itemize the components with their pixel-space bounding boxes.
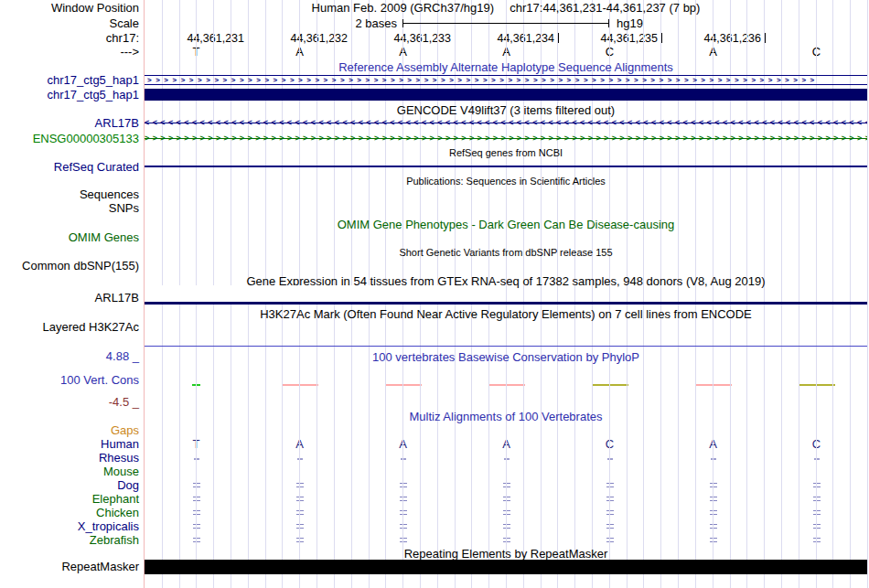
repeatmasker-track[interactable] [145,560,867,574]
conservation-title: 100 vertebrates Basewise Conservation by… [145,351,867,363]
multiz-gap-dash [504,458,510,460]
multiz-double-gap-mark [813,538,821,542]
multiz-gap-dash [711,458,716,460]
h3k27ac-label[interactable]: Layered H3K27Ac [0,321,139,333]
multiz-species-label[interactable]: Human [0,438,139,450]
track-start-boundary-line [144,0,145,588]
multiz-double-gap-mark [296,483,304,487]
omim-genes-label[interactable]: OMIM Genes [0,231,139,243]
multiz-double-gap-mark [606,524,614,529]
sequences-label[interactable]: Sequences [0,188,139,200]
multiz-double-gap-mark [400,483,407,487]
multiz-double-gap-mark [813,524,821,529]
multiz-double-gap-mark [193,538,200,542]
conservation-max-label: 4.88 _ [0,350,139,362]
multiz-double-gap-mark [400,497,407,501]
repeatmasker-title: Repeating Elements by RepeatMasker [145,548,867,560]
gene-track-arl17b[interactable]: <<<<<<<<<<<<<<<<<<<<<<<<<<<<<<<<<<<<<<<<… [145,117,867,129]
phylop-score-mark [488,384,525,386]
multiz-species-label[interactable]: X_tropicalis [0,520,139,532]
coordinate-label: 44,361,231 [145,33,244,44]
strand-direction-label: ---> [0,46,139,58]
plus-strand-chevrons: >>>>>>>>>>>>>>>>>>>>>>>>>>>>>>>>>>>>>>>>… [145,134,867,143]
phylop-score-mark [385,384,422,386]
refseq-curated-label[interactable]: RefSeq Curated [0,161,139,173]
multiz-double-gap-mark [503,483,510,487]
scale-value: 2 bases [302,17,397,29]
chrom-label: chr17: [0,32,139,44]
repeatmasker-label[interactable]: RepeatMasker [0,561,139,572]
multiz-double-gap-mark [400,510,407,515]
multiz-double-gap-mark [710,497,717,501]
multiz-species-label[interactable]: Elephant [0,493,139,505]
phylop-score-mark [282,384,318,386]
multiz-double-gap-mark [710,538,717,542]
gencode-title: GENCODE V49lift37 (3 items filtered out) [145,104,867,116]
multiz-double-gap-mark [503,524,510,529]
hap1-chevrons: >>>>>>>>>>>>>>>>>>>>>>>>>>>>>>>>>>>>>>>>… [147,76,819,84]
multiz-double-gap-mark [400,538,407,542]
multiz-species-label[interactable]: Chicken [0,507,139,519]
hap1-track-label-1[interactable]: chr17_ctg5_hap1 [0,74,139,86]
snps-label[interactable]: SNPs [0,202,139,214]
multiz-species-label[interactable]: Dog [0,479,139,491]
multiz-species-label[interactable]: Gaps [0,424,139,436]
gtex-gene-label[interactable]: ARL17B [0,292,139,304]
h3k27ac-title: H3K27Ac Mark (Often Found Near Active Re… [145,308,867,320]
multiz-gap-dash [607,458,613,460]
multiz-double-gap-mark [503,538,510,542]
refseq-title: RefSeq genes from NCBI [145,147,867,159]
multiz-double-gap-mark [813,497,821,501]
multiz-double-gap-mark [710,483,717,487]
conservation-min-label: -4.5 _ [0,396,139,408]
multiz-species-label[interactable]: Mouse [0,465,139,477]
coordinate-tick [661,33,662,43]
multiz-double-gap-mark [606,538,614,542]
gtex-baseline [145,302,867,305]
multiz-species-label[interactable]: Zebrafish [0,534,139,546]
refseq-curated-track[interactable] [145,166,867,167]
multiz-double-gap-mark [193,483,200,487]
multiz-double-gap-mark [606,483,614,487]
multiz-double-gap-mark [193,524,200,529]
multiz-gap-dash [194,458,199,460]
coordinate-label: 44,361,233 [352,33,451,44]
dbsnp-title: Short Genetic Variants from dbSNP releas… [145,247,867,259]
multiz-double-gap-mark [606,497,614,501]
multiz-double-gap-mark [710,510,717,515]
multiz-gap-dash [814,458,820,460]
multiz-double-gap-mark [296,538,304,542]
multiz-double-gap-mark [813,483,821,487]
conservation-track-label[interactable]: 100 Vert. Cons [0,374,139,386]
phylop-score-mark [695,384,732,386]
assembly-title: Human Feb. 2009 (GRCh37/hg19) [312,1,494,15]
window-position-title: Human Feb. 2009 (GRCh37/hg19) chr17:44,3… [145,2,867,14]
multiz-gap-dash [401,458,406,460]
hap1-track-label-2[interactable]: chr17_ctg5_hap1 [0,89,139,101]
multiz-double-gap-mark [296,510,304,515]
hap1-chevron-track[interactable]: >>>>>>>>>>>>>>>>>>>>>>>>>>>>>>>>>>>>>>>>… [145,75,867,85]
phylop-score-mark [799,384,835,386]
multiz-double-gap-mark [296,524,304,529]
common-dbsnp-label[interactable]: Common dbSNP(155) [0,260,139,272]
multiz-double-gap-mark [503,497,510,501]
scale-label: Scale [0,17,139,29]
hap1-solid-track[interactable] [145,89,867,101]
coordinate-tick [558,33,559,43]
gene-label-arl17b[interactable]: ARL17B [0,117,139,129]
gtex-track-background [145,285,501,302]
gene-track-ensg[interactable]: >>>>>>>>>>>>>>>>>>>>>>>>>>>>>>>>>>>>>>>>… [145,133,867,144]
publications-title: Publications: Sequences in Scientific Ar… [145,176,867,187]
coordinate-label: 44,361,232 [249,33,348,44]
window-position-label: Window Position [0,2,139,14]
genome-browser-image: ZebrafishX_tropicalisChickenElephantDogM… [0,0,869,588]
genome-label: hg19 [617,17,643,29]
multiz-double-gap-mark [400,524,407,529]
phylop-score-mark [592,384,628,386]
gene-label-ensg[interactable]: ENSG00000305133 [0,133,139,144]
position-range: chr17:44,361,231-44,361,237 (7 bp) [510,1,700,15]
multiz-gap-dash [297,458,303,460]
multiz-double-gap-mark [193,510,200,515]
multiz-double-gap-mark [193,497,200,501]
multiz-species-label[interactable]: Rhesus [0,452,139,464]
